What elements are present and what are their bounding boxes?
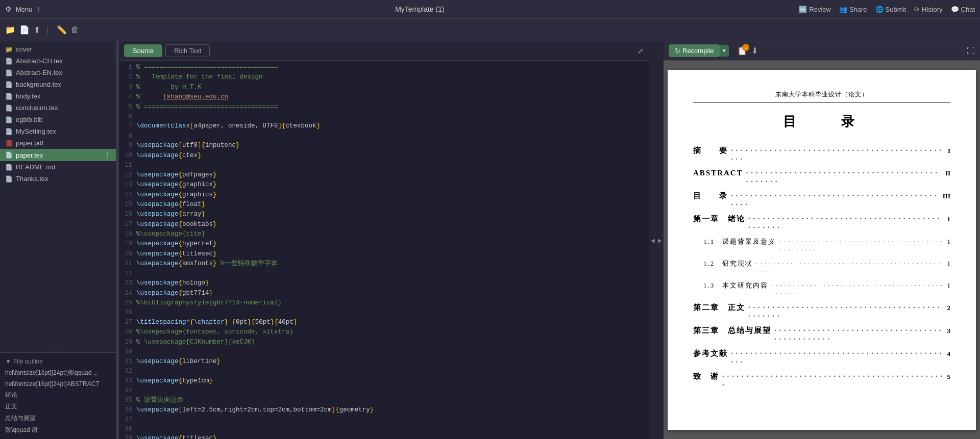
- line-content: %\usepackage{fontspec, xunicode, xltxtra…: [136, 327, 646, 337]
- toc-entry: 第一章 绪论· · · · · · · · · · · · · · · · · …: [693, 214, 950, 232]
- outline-item-0[interactable]: hei\fontsize[16pt][24pt]摘\qquad ...: [0, 367, 116, 379]
- line-number: 30: [122, 347, 136, 357]
- more-options-icon[interactable]: ⋮: [104, 151, 111, 159]
- history-nav[interactable]: ⟳ History: [914, 6, 942, 13]
- sidebar-item-abstract-ch[interactable]: 📄 Abstract-CH.tex: [0, 55, 116, 67]
- toc-entry: 摘 要· · · · · · · · · · · · · · · · · · ·…: [693, 146, 950, 164]
- sidebar-item-background[interactable]: 📄 background.tex: [0, 79, 116, 90]
- upload-top-icon[interactable]: ↑: [37, 5, 41, 14]
- chat-nav[interactable]: 💬 Chat: [951, 6, 975, 13]
- code-line-4: 4% tkhang@seu.edu.cn: [119, 92, 649, 102]
- line-number: 7: [122, 121, 136, 131]
- toc-entry: ABSTRACT· · · · · · · · · · · · · · · · …: [693, 169, 950, 186]
- outline-item-5[interactable]: 致\qquad 谢: [0, 424, 116, 436]
- sidebar-item-readme[interactable]: 📄 README.md: [0, 161, 116, 173]
- code-line-5: 5% ===================================: [119, 102, 649, 112]
- file-name-body: body.tex: [16, 92, 111, 100]
- file-name-paper-pdf: paper.pdf: [16, 139, 111, 147]
- recompile-dropdown-button[interactable]: ▾: [720, 45, 729, 57]
- sidebar-item-mysetting[interactable]: 📄 MySetting.tex: [0, 125, 116, 137]
- line-number: 4: [122, 92, 136, 102]
- line-content: \usepackage{graphics}: [136, 190, 646, 200]
- new-file-icon[interactable]: 📄: [19, 25, 30, 35]
- sidebar-item-paper-tex[interactable]: 📄 paper.tex ⋮: [0, 149, 116, 161]
- code-line-37: 37: [119, 415, 649, 425]
- review-nav[interactable]: 🔤 Review: [799, 6, 831, 13]
- code-line-13: 13\usepackage{graphicx}: [119, 180, 649, 190]
- code-editor[interactable]: 1% ===================================2%…: [119, 61, 649, 439]
- outline-item-2[interactable]: 绪论: [0, 389, 116, 401]
- toc-page: II: [945, 169, 950, 177]
- line-content: \usepackage{titlesec}: [136, 249, 646, 259]
- menu-label: Menu: [16, 6, 33, 13]
- toc-label: 摘 要: [693, 146, 728, 156]
- code-line-1: 1% ===================================: [119, 63, 649, 72]
- expand-editor-icon[interactable]: ⤢: [638, 47, 644, 55]
- review-label: Review: [809, 6, 831, 13]
- file-name-mysetting: MySetting.tex: [16, 127, 111, 135]
- outline-item-3[interactable]: 正文: [0, 401, 116, 412]
- outline-header[interactable]: ▼ File outline: [0, 356, 116, 367]
- line-number: 1: [122, 63, 136, 72]
- panel-arrow-right[interactable]: ▶: [656, 41, 664, 439]
- logs-button[interactable]: 📋 1: [737, 46, 747, 56]
- new-folder-icon[interactable]: 📁: [5, 25, 15, 35]
- code-line-35: 35% 设置页面边距: [119, 396, 649, 405]
- line-number: 3: [122, 83, 136, 92]
- submit-nav[interactable]: 🌐 Submit: [875, 6, 906, 13]
- file-name-abstract-en: Abstract-EN.tex: [16, 69, 111, 76]
- bib-icon: 📄: [5, 116, 13, 123]
- toc-label: 1.3 本文研究内容: [703, 281, 768, 290]
- toc-dots: · · · · · · · · · · · · · · · · · · · · …: [722, 372, 944, 390]
- md-icon: 📄: [5, 164, 13, 171]
- toc-entry: 1.2 研究现状· · · · · · · · · · · · · · · · …: [693, 259, 950, 276]
- source-tab[interactable]: Source: [124, 44, 162, 57]
- code-line-10: 10\usepackage{ctex}: [119, 151, 649, 161]
- code-line-36: 36\usepackage[left=2.5cm,right=2cm,top=2…: [119, 405, 649, 415]
- outline-item-4[interactable]: 总结与展望: [0, 412, 116, 424]
- sidebar-item-egbib[interactable]: 📄 egbib.bib: [0, 114, 116, 125]
- recompile-button[interactable]: ↻ Recompile: [669, 44, 720, 57]
- line-number: 6: [122, 112, 136, 122]
- toc-entry: 第三章 总结与展望· · · · · · · · · · · · · · · ·…: [693, 326, 950, 344]
- outline-item-1[interactable]: hei\fontsize[16pt][24pt]ABSTRACT: [0, 379, 116, 389]
- tex-icon: 📄: [5, 93, 13, 100]
- share-nav[interactable]: 👥 Share: [839, 6, 867, 13]
- download-button[interactable]: ⬇: [751, 46, 758, 56]
- toc-page: 3: [947, 327, 951, 335]
- sidebar-item-paper-pdf[interactable]: 📕 paper.pdf: [0, 137, 116, 149]
- upload-icon[interactable]: ⬆: [34, 25, 40, 35]
- delete-icon[interactable]: 🗑: [71, 25, 79, 35]
- toc-page: 1: [947, 215, 951, 223]
- sidebar-item-cover[interactable]: 📁 cover: [0, 43, 116, 55]
- preview-toolbar: ↻ Recompile ▾ 📋 1 ⬇ ⛶: [664, 41, 980, 61]
- sidebar-item-body[interactable]: 📄 body.tex: [0, 90, 116, 102]
- folder-icon: 📁: [5, 46, 13, 53]
- rich-text-tab[interactable]: Rich Text: [165, 44, 210, 57]
- line-content: \usepackage{array}: [136, 210, 646, 219]
- sidebar-item-abstract-en[interactable]: 📄 Abstract-EN.tex: [0, 67, 116, 79]
- submit-icon: 🌐: [875, 6, 884, 13]
- line-number: 11: [122, 161, 136, 170]
- toc-label: 目 录: [693, 191, 728, 201]
- line-content: % by H.T.K: [136, 83, 646, 92]
- sidebar-item-thanks[interactable]: 📄 Thanks.tex: [0, 173, 116, 185]
- toc-label: 1.1 课题背景及意义: [703, 237, 776, 246]
- line-number: 9: [122, 141, 136, 150]
- line-content: \usepackage{graphicx}: [136, 180, 646, 190]
- code-line-22: 22: [119, 269, 649, 279]
- file-name-egbib: egbib.bib: [16, 116, 111, 123]
- panel-arrow-left[interactable]: ◀: [649, 41, 656, 439]
- edit-icon[interactable]: ✏️: [57, 25, 67, 35]
- menu-button[interactable]: ⚙ Menu: [5, 5, 33, 13]
- line-number: 39: [122, 434, 136, 439]
- editor-tabs: Source Rich Text ⤢: [119, 41, 649, 61]
- toc-label: 致 谢: [693, 372, 719, 381]
- sidebar-item-conclusion[interactable]: 📄 conclusion.tex: [0, 102, 116, 114]
- toc-dots: · · · · · · · · · · · · · · · · · · · · …: [774, 326, 944, 344]
- code-line-7: 7\documentclass[a4paper, oneside, UTF8]{…: [119, 121, 649, 131]
- fullscreen-button[interactable]: ⛶: [967, 46, 975, 56]
- code-line-19: 19\usepackage{hyperref}: [119, 239, 649, 249]
- code-line-30: 30: [119, 347, 649, 357]
- line-content: \usepackage[left=2.5cm,right=2cm,top=2cm…: [136, 405, 646, 415]
